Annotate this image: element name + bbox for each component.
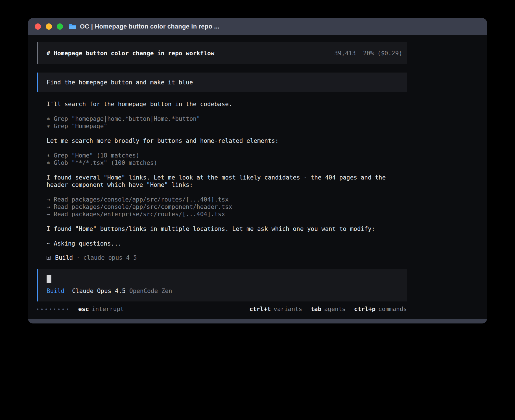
window-titlebar[interactable]: OC | Homepage button color change in rep… (28, 18, 487, 35)
user-message: Find the homepage button and make it blu… (37, 73, 407, 92)
hint-interrupt: escinterrupt (78, 305, 124, 313)
tool-call-block: → Read packages/console/app/src/routes/[… (47, 196, 407, 218)
window-title: OC | Homepage button color change in rep… (80, 23, 219, 30)
transcript-line: I found several "Home" links. Let me loo… (47, 174, 407, 189)
provider-label: OpenCode Zen (129, 287, 172, 295)
assistant-text-block: Let me search more broadly for buttons a… (47, 137, 407, 145)
session-header: # Homepage button color change in repo w… (37, 42, 407, 64)
hint-label: variants (274, 306, 302, 312)
model-row[interactable]: Build Claude Opus 4.5 OpenCode Zen (47, 287, 407, 295)
transcript-line: ∗ Grep "homepage|home.*button|Home.*butt… (47, 115, 407, 123)
prompt-input[interactable]: Build Claude Opus 4.5 OpenCode Zen (37, 269, 407, 301)
spinner-dot (54, 309, 55, 310)
spinner-dots (37, 309, 68, 310)
agent-status-line: Build · claude-opus-4-5 (37, 254, 407, 261)
status-separator: · (76, 254, 80, 261)
tool-call-block: ∗ Grep "Home" (18 matches)∗ Glob "**/*.t… (47, 152, 407, 167)
hint-agents: tabagents (311, 305, 346, 313)
traffic-lights (35, 23, 63, 30)
mode-label: Build (47, 287, 64, 295)
spinner-dot (37, 309, 38, 310)
transcript-line: → Read packages/console/app/src/componen… (47, 203, 407, 211)
transcript-line: Let me search more broadly for buttons a… (47, 137, 407, 145)
hint-key: tab (311, 306, 321, 312)
hint-label: agents (324, 306, 346, 312)
assistant-text-block: ~ Asking questions... (47, 240, 407, 247)
status-model: claude-opus-4-5 (83, 254, 137, 261)
transcript-line: I'll search for the homepage button in t… (47, 100, 407, 108)
folder-icon (69, 24, 77, 30)
assistant-text-block: I'll search for the homepage button in t… (47, 100, 407, 108)
spinner-dot (45, 309, 47, 310)
spinner-dot (58, 309, 60, 310)
user-message-text: Find the homepage button and make it blu… (47, 79, 193, 86)
terminal-window: OC | Homepage button color change in rep… (28, 18, 487, 323)
hint-commands: ctrl+pcommands (354, 305, 407, 313)
spinner-dot (62, 309, 64, 310)
zoom-button[interactable] (57, 23, 63, 30)
transcript-line: I found "Home" buttons/links in multiple… (47, 225, 407, 233)
transcript-line: → Read packages/console/app/src/routes/[… (47, 196, 407, 203)
assistant-text-block: I found several "Home" links. Let me loo… (47, 174, 407, 189)
agent-name: Build (55, 254, 73, 261)
terminal-body: # Homepage button color change in repo w… (28, 35, 487, 319)
status-bar-left: escinterrupt (37, 305, 124, 313)
close-button[interactable] (35, 23, 41, 30)
transcript-line: ∗ Glob "**/*.tsx" (100 matches) (47, 159, 407, 167)
session-title: # Homepage button color change in repo w… (47, 50, 214, 57)
hint-key: ctrl+t (249, 306, 271, 312)
transcript: I'll search for the homepage button in t… (37, 100, 407, 247)
token-count: 39,413 (334, 50, 356, 57)
hint-label: commands (378, 306, 407, 312)
hint-label: interrupt (92, 306, 124, 312)
spinner-dot (67, 309, 68, 310)
agent-build-icon (47, 256, 51, 260)
spinner-dot (50, 309, 51, 310)
transcript-line: ~ Asking questions... (47, 240, 407, 247)
transcript-line: ∗ Grep "Home" (18 matches) (47, 152, 407, 159)
status-bar-right: ctrl+tvariantstabagentsctrl+pcommands (249, 305, 407, 313)
hint-key: esc (78, 306, 89, 312)
session-stats: 39,413 20% ($0.29) (334, 50, 402, 57)
tool-call-block: ∗ Grep "homepage|home.*button|Home.*butt… (47, 115, 407, 130)
context-usage: 20% ($0.29) (363, 50, 402, 57)
transcript-line: ∗ Grep "Homepage" (47, 123, 407, 130)
status-bar: escinterrupt ctrl+tvariantstabagentsctrl… (37, 305, 407, 313)
model-label: Claude Opus 4.5 (72, 287, 126, 295)
transcript-line: → Read packages/enterprise/src/routes/[.… (47, 211, 407, 218)
assistant-text-block: I found "Home" buttons/links in multiple… (47, 225, 407, 233)
spinner-dot (41, 309, 43, 310)
minimize-button[interactable] (46, 23, 52, 30)
text-cursor (47, 275, 51, 283)
hint-variants: ctrl+tvariants (249, 305, 302, 313)
hint-key: ctrl+p (354, 306, 376, 312)
